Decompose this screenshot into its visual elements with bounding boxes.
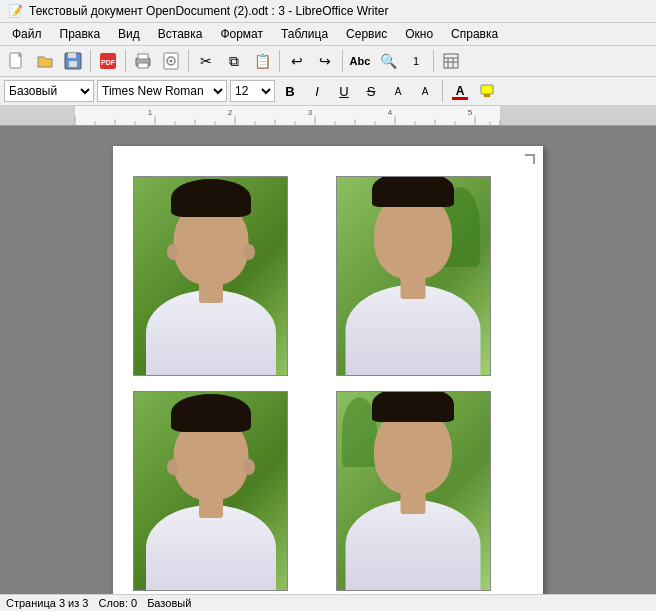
redo-button[interactable]: ↪ xyxy=(312,48,338,74)
cut-button[interactable]: ✂ xyxy=(193,48,219,74)
main-toolbar: PDF ✂ ⧉ 📋 ↩ ↪ Abc 🔍 1 xyxy=(0,46,656,77)
formatting-toolbar: Базовый Times New Roman 12 B I U S A A A xyxy=(0,77,656,106)
svg-rect-7 xyxy=(138,54,148,59)
svg-text:3: 3 xyxy=(308,109,312,118)
strikethrough-button[interactable]: S xyxy=(359,79,383,103)
toolbar-separator-5 xyxy=(342,50,343,72)
status-bar: Страница 3 из 3 Слов: 0 Базовый xyxy=(0,594,656,611)
new-button[interactable] xyxy=(4,48,30,74)
app-window: 📝 Текстовый документ OpenDocument (2).od… xyxy=(0,0,656,611)
open-button[interactable] xyxy=(32,48,58,74)
menu-view[interactable]: Вид xyxy=(110,25,148,43)
font-name-select[interactable]: Times New Roman xyxy=(97,80,227,102)
svg-rect-22 xyxy=(75,106,500,125)
svg-rect-3 xyxy=(69,61,77,67)
font-color-button[interactable]: A xyxy=(448,79,472,103)
table-button[interactable] xyxy=(438,48,464,74)
document-area[interactable] xyxy=(0,126,656,594)
toolbar-separator xyxy=(90,50,91,72)
photo-top-right xyxy=(336,176,491,376)
fmt-separator xyxy=(442,80,443,102)
toolbar-separator-4 xyxy=(279,50,280,72)
document-page xyxy=(113,146,543,594)
menu-edit[interactable]: Правка xyxy=(52,25,109,43)
print-button[interactable] xyxy=(130,48,156,74)
paste-button[interactable]: 📋 xyxy=(249,48,275,74)
svg-text:1: 1 xyxy=(148,109,152,118)
menu-file[interactable]: Файл xyxy=(4,25,50,43)
svg-point-11 xyxy=(170,60,173,63)
paragraph-style-select[interactable]: Базовый xyxy=(4,80,94,102)
copy-button[interactable]: ⧉ xyxy=(221,48,247,74)
save-button[interactable] xyxy=(60,48,86,74)
menu-tools[interactable]: Сервис xyxy=(338,25,395,43)
bold-button[interactable]: B xyxy=(278,79,302,103)
app-icon: 📝 xyxy=(8,4,23,18)
svg-rect-17 xyxy=(481,85,493,94)
svg-rect-2 xyxy=(68,53,76,58)
svg-rect-20 xyxy=(0,106,75,125)
highlight-color-button[interactable] xyxy=(475,79,499,103)
menu-help[interactable]: Справка xyxy=(443,25,506,43)
svg-text:4: 4 xyxy=(388,109,393,118)
italic-button[interactable]: I xyxy=(305,79,329,103)
page-info: Страница 3 из 3 xyxy=(6,597,88,609)
subscript-button[interactable]: A xyxy=(413,79,437,103)
style-info: Базовый xyxy=(147,597,191,609)
svg-text:PDF: PDF xyxy=(101,59,116,66)
svg-rect-12 xyxy=(444,54,458,68)
window-title: Текстовый документ OpenDocument (2).odt … xyxy=(29,4,388,18)
preview-button[interactable] xyxy=(158,48,184,74)
title-bar: 📝 Текстовый документ OpenDocument (2).od… xyxy=(0,0,656,23)
underline-button[interactable]: U xyxy=(332,79,356,103)
photo-grid xyxy=(133,166,523,591)
styles-button[interactable]: 1 xyxy=(403,48,429,74)
pdf-button[interactable]: PDF xyxy=(95,48,121,74)
superscript-button[interactable]: A xyxy=(386,79,410,103)
toolbar-separator-2 xyxy=(125,50,126,72)
photo-bottom-left xyxy=(133,391,288,591)
menu-table[interactable]: Таблица xyxy=(273,25,336,43)
word-count: Слов: 0 xyxy=(98,597,137,609)
menu-bar: Файл Правка Вид Вставка Формат Таблица С… xyxy=(0,23,656,46)
undo-button[interactable]: ↩ xyxy=(284,48,310,74)
photo-bottom-right xyxy=(336,391,491,591)
page-corner-marker xyxy=(525,154,535,164)
svg-rect-18 xyxy=(484,94,490,97)
menu-window[interactable]: Окно xyxy=(397,25,441,43)
font-size-select[interactable]: 12 xyxy=(230,80,275,102)
toolbar-separator-6 xyxy=(433,50,434,72)
ruler: 1 2 3 4 5 xyxy=(0,106,656,126)
menu-insert[interactable]: Вставка xyxy=(150,25,211,43)
toolbar-separator-3 xyxy=(188,50,189,72)
photo-top-left xyxy=(133,176,288,376)
svg-text:2: 2 xyxy=(228,109,232,118)
menu-format[interactable]: Формат xyxy=(212,25,271,43)
find-button[interactable]: 🔍 xyxy=(375,48,401,74)
spellcheck-button[interactable]: Abc xyxy=(347,48,373,74)
svg-text:5: 5 xyxy=(468,109,473,118)
svg-rect-8 xyxy=(138,63,148,68)
svg-rect-21 xyxy=(500,106,656,125)
